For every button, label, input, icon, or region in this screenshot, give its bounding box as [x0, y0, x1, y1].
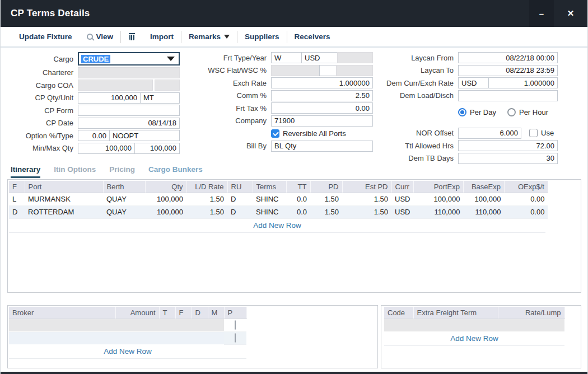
itinerary-cell-l-d-rate[interactable]: 1.50 [186, 193, 227, 205]
ttl-allowed-hrs-label: Ttl Allowed Hrs [379, 142, 458, 150]
itinerary-cell-baseexp[interactable]: 100,000 [463, 193, 504, 205]
update-fixture-button[interactable]: Update Fixture [12, 30, 80, 44]
itinerary-cell-f[interactable]: L [9, 193, 25, 205]
itinerary-cell-oexp-t[interactable]: 0.00 [504, 205, 548, 218]
laycan-from-label: Laycan From [379, 54, 458, 62]
itinerary-cell-portexp[interactable]: 100,000 [413, 193, 463, 205]
cp-qty-field[interactable]: 100,000 [78, 92, 141, 104]
cargo-dropdown[interactable]: CRUDE [78, 52, 180, 66]
col-header-berth: Berth [103, 181, 145, 193]
suppliers-button[interactable]: Suppliers [237, 30, 287, 44]
per-hour-label: Per Hour [519, 108, 548, 116]
itinerary-cell-curr[interactable]: USD [391, 205, 413, 218]
dem-tb-days-label: Dem TB Days [379, 154, 458, 162]
itinerary-cell-berth[interactable]: QUAY [103, 205, 145, 218]
reversible-all-ports-label: Reversible All Ports [283, 129, 346, 138]
cp-qty-unit-label: CP Qty/Unit [3, 94, 78, 102]
min-qty-field[interactable]: 100,000 [78, 143, 135, 154]
broker-p-checkbox[interactable] [235, 320, 236, 330]
extra-freight-row [384, 319, 564, 331]
itinerary-cell-est-pd[interactable]: 1.50 [342, 205, 391, 218]
per-day-radio[interactable] [458, 108, 466, 116]
ttl-allowed-hrs-field[interactable]: 72.00 [458, 140, 558, 151]
itinerary-cell-terms[interactable]: SHINC [253, 193, 286, 205]
frt-type-field[interactable]: W [271, 52, 302, 63]
comm-pct-field[interactable]: 2.50 [271, 90, 373, 101]
wsc-flat-field [271, 65, 320, 76]
exch-rate-field[interactable]: 1.000000 [271, 77, 373, 88]
remarks-button[interactable]: Remarks [181, 30, 237, 44]
broker-cell-f [175, 319, 192, 331]
itinerary-cell-tt[interactable]: 0.0 [286, 193, 310, 205]
option-type-field[interactable]: NOOPT [109, 130, 180, 141]
broker-cell-amount [115, 331, 159, 344]
col-header-port: Port [25, 181, 103, 193]
view-button[interactable]: View [80, 30, 121, 44]
suppliers-label: Suppliers [245, 32, 279, 41]
reversible-all-ports-checkbox[interactable] [271, 129, 279, 138]
dem-curr-field[interactable]: USD [458, 77, 489, 88]
laycan-to-label: Laycan To [379, 66, 458, 74]
itinerary-cell-f[interactable]: D [9, 205, 25, 218]
broker-p-checkbox[interactable] [235, 333, 236, 343]
itinerary-cell-l-d-rate[interactable]: 1.50 [186, 205, 227, 218]
broker-table: BrokerAmountTFDMP [9, 307, 247, 345]
itinerary-add-new-row[interactable]: Add New Row [9, 219, 545, 233]
tab-itin-options[interactable]: Itin Options [54, 165, 96, 178]
itinerary-cell-portexp[interactable]: 110,000 [413, 205, 463, 218]
frt-currency-field[interactable]: USD [301, 52, 338, 63]
company-field[interactable]: 71900 [271, 115, 373, 127]
broker-cell-t [159, 319, 175, 331]
itinerary-cell-port[interactable]: MURMANSK [25, 193, 103, 205]
minimize-button[interactable]: – [529, 0, 554, 27]
tab-itinerary[interactable]: Itinerary [11, 165, 40, 178]
itinerary-cell-berth[interactable]: QUAY [103, 193, 145, 205]
broker-row [9, 331, 246, 344]
itinerary-cell-oexp-t[interactable]: 0.00 [504, 193, 548, 205]
broker-cell-d [192, 319, 208, 331]
tab-pricing[interactable]: Pricing [109, 165, 135, 178]
min-max-qty-label: Min/Max Qty [3, 144, 78, 152]
option-pct-field[interactable]: 0.00 [78, 130, 110, 141]
itinerary-cell-baseexp[interactable]: 110,000 [463, 205, 504, 218]
bill-by-field[interactable]: BL Qty [271, 141, 373, 152]
receivers-button[interactable]: Receivers [287, 30, 338, 44]
cp-unit-field[interactable]: MT [140, 92, 180, 104]
cp-date-field[interactable]: 08/14/18 [78, 118, 180, 129]
broker-cell-amount [115, 319, 159, 331]
nor-offset-field[interactable]: 6.000 [458, 128, 521, 139]
delete-button[interactable] [121, 30, 143, 44]
dem-curr-exch-label: Dem Curr/Exch Rate [379, 79, 458, 87]
itinerary-cell-curr[interactable]: USD [391, 193, 413, 205]
itinerary-cell-ru[interactable]: D [227, 193, 253, 205]
itinerary-cell-pd[interactable]: 1.50 [310, 193, 342, 205]
import-button[interactable]: Import [143, 30, 181, 44]
extra-freight-add-new-row[interactable]: Add New Row [384, 332, 564, 346]
itinerary-cell-tt[interactable]: 0.0 [286, 205, 310, 218]
laycan-from-field[interactable]: 08/22/18 00:00 [458, 52, 558, 63]
dem-tb-days-field[interactable]: 30 [458, 153, 558, 164]
itinerary-cell-ru[interactable]: D [227, 205, 253, 218]
col-header-oexp-t: OExp$/t [504, 181, 548, 193]
nor-use-checkbox[interactable] [529, 129, 538, 137]
toolbar: Update Fixture View Import Remarks Suppl… [1, 27, 587, 48]
cp-form-field[interactable] [78, 105, 180, 116]
dem-exch-rate-field[interactable]: 1.000000 [488, 77, 558, 88]
broker-panel: BrokerAmountTFDMP Add New Row [7, 305, 378, 368]
company-label: Company [199, 116, 271, 125]
close-button[interactable]: ✕ [558, 0, 583, 27]
itinerary-cell-qty[interactable]: 100,000 [145, 205, 186, 218]
itinerary-cell-pd[interactable]: 1.50 [310, 205, 342, 218]
laycan-to-field[interactable]: 08/22/18 23:59 [458, 65, 558, 76]
cp-form-label: CP Form [3, 106, 78, 115]
tab-cargo-bunkers[interactable]: Cargo Bunkers [148, 165, 203, 178]
per-hour-radio[interactable] [507, 108, 516, 116]
broker-add-new-row[interactable]: Add New Row [9, 345, 246, 359]
itinerary-cell-est-pd[interactable]: 1.50 [342, 193, 391, 205]
itinerary-cell-port[interactable]: ROTTERDAM [25, 205, 103, 218]
max-qty-field[interactable]: 100,000 [134, 143, 180, 154]
window-bottom-edge [1, 372, 587, 374]
itinerary-cell-terms[interactable]: SHINC [253, 205, 286, 218]
frt-tax-field[interactable]: 0.00 [271, 102, 373, 114]
itinerary-cell-qty[interactable]: 100,000 [145, 193, 186, 205]
